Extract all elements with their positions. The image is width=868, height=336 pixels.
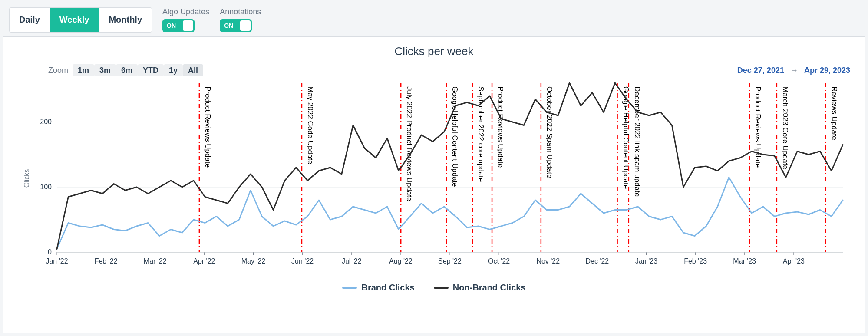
annotations-label: Annotations [220,7,261,16]
zoom-3m[interactable]: 3m [94,64,116,76]
annotations-toggle-group: Annotations ON [220,7,261,32]
svg-text:July 2022 Product Reviews Upda: July 2022 Product Reviews Update [405,86,413,201]
legend-swatch-brand [342,287,357,289]
toggle-thumb [183,20,193,31]
tab-monthly[interactable]: Monthly [99,8,152,32]
zoom-all[interactable]: All [183,64,203,76]
zoom-1y[interactable]: 1y [164,64,183,76]
toggle-thumb [240,20,251,31]
tab-daily[interactable]: Daily [10,8,50,32]
arrow-right-icon: → [790,66,798,75]
svg-text:Product Reviews Update: Product Reviews Update [204,86,212,168]
toggle-state-text: ON [167,22,176,29]
svg-text:Jan '22: Jan '22 [46,257,68,265]
svg-text:Product Reviews Update: Product Reviews Update [754,86,762,168]
svg-text:Feb '22: Feb '22 [95,257,118,265]
toolbar: Daily Weekly Monthly Algo Updates ON Ann… [3,3,865,37]
svg-text:December 2022 link spam update: December 2022 link spam update [633,86,641,197]
plot-area[interactable]: Clicks 0100200Jan '22Feb '22Mar '22Apr '… [40,79,855,278]
svg-text:GoogleHelpful Content Update: GoogleHelpful Content Update [451,86,459,187]
svg-text:Apr '22: Apr '22 [193,257,215,265]
svg-text:Jan '23: Jan '23 [635,257,657,265]
date-range: Dec 27, 2021 → Apr 29, 2023 [737,66,850,75]
svg-text:Aug '22: Aug '22 [389,257,413,265]
svg-text:Mar '22: Mar '22 [144,257,167,265]
svg-text:Jul '22: Jul '22 [342,257,362,265]
toggle-state-text: ON [224,22,233,29]
svg-text:Mar '23: Mar '23 [733,257,756,265]
legend-label: Brand Clicks [361,283,414,293]
svg-text:Product Reviews Update: Product Reviews Update [496,86,505,168]
chart-title: Clicks per week [13,45,855,58]
legend-nonbrand-clicks[interactable]: Non-Brand Clicks [434,283,526,293]
svg-text:Nov '22: Nov '22 [536,257,560,265]
date-to[interactable]: Apr 29, 2023 [804,66,850,75]
granularity-tabs: Daily Weekly Monthly [9,7,152,33]
zoom-6m[interactable]: 6m [116,64,138,76]
legend-brand-clicks[interactable]: Brand Clicks [342,283,414,293]
y-axis-label: Clicks [23,169,31,188]
chart-controls: Zoom 1m3m6mYTD1yAll Dec 27, 2021 → Apr 2… [48,66,850,75]
legend: Brand Clicks Non-Brand Clicks [13,283,855,293]
svg-text:March 2023 Core Update: March 2023 Core Update [781,86,789,169]
svg-text:Apr '23: Apr '23 [783,257,805,265]
svg-text:100: 100 [40,183,52,191]
chart-svg[interactable]: 0100200Jan '22Feb '22Mar '22Apr '22May '… [40,79,847,278]
svg-text:May 2022 Code Update: May 2022 Code Update [306,86,314,165]
algo-updates-label: Algo Updates [162,7,209,16]
tab-weekly[interactable]: Weekly [50,8,99,32]
analytics-card: Daily Weekly Monthly Algo Updates ON Ann… [3,3,865,333]
legend-label: Non-Brand Clicks [453,283,526,293]
svg-text:October 2022 Spam Update: October 2022 Spam Update [545,86,554,178]
chart-wrap: Clicks per week Zoom 1m3m6mYTD1yAll Dec … [3,37,865,298]
svg-text:Oct '22: Oct '22 [488,257,510,265]
svg-text:Dec '22: Dec '22 [586,257,609,265]
algo-updates-toggle[interactable]: ON [162,19,195,32]
svg-text:Feb '23: Feb '23 [684,257,707,265]
svg-text:May '22: May '22 [241,257,266,265]
algo-updates-toggle-group: Algo Updates ON [162,7,209,32]
svg-text:Jun '22: Jun '22 [291,257,314,265]
legend-swatch-nonbrand [434,287,449,289]
zoom-ytd[interactable]: YTD [138,64,164,76]
zoom-label: Zoom [48,66,68,75]
zoom-1m[interactable]: 1m [73,64,94,76]
svg-text:Sep '22: Sep '22 [438,257,462,265]
zoom-controls: Zoom 1m3m6mYTD1yAll [48,66,203,75]
svg-text:200: 200 [40,118,52,125]
svg-text:0: 0 [48,248,52,256]
svg-text:Reviews Update: Reviews Update [830,86,838,140]
date-from[interactable]: Dec 27, 2021 [737,66,784,75]
annotations-toggle[interactable]: ON [220,19,252,32]
